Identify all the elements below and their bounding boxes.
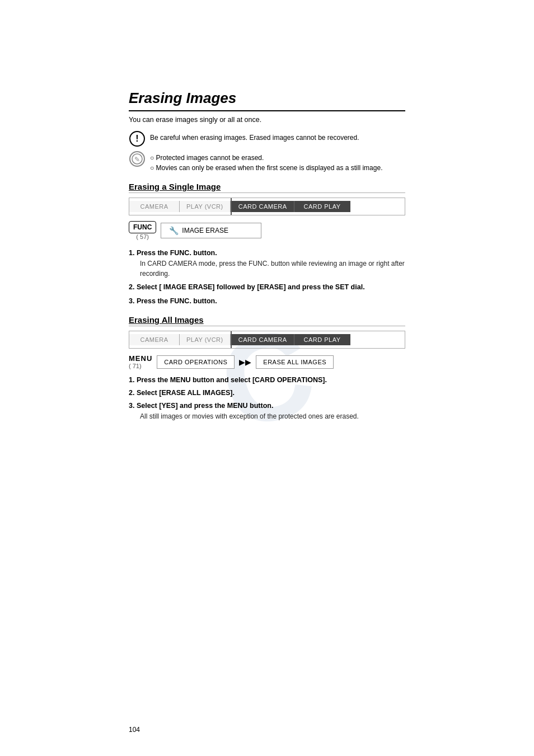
func-item-icon: 🔧: [169, 226, 179, 235]
menu-label-block: MENU ( 71): [129, 354, 152, 369]
notes-text: ○ Protected images cannot be erased. ○ M…: [150, 151, 382, 173]
section-heading-single: Erasing a Single Image: [129, 182, 405, 193]
note-1: ○ Protected images cannot be erased.: [150, 153, 382, 163]
step-single-3: 3. Press the FUNC. button.: [129, 296, 405, 307]
note-2: ○ Movies can only be erased when the fir…: [150, 163, 382, 173]
page-number: 104: [129, 726, 140, 734]
card-camera-btn-all: CARD CAMERA: [232, 334, 294, 345]
page-container: C Erasing Images You can erase images si…: [0, 0, 534, 756]
step-all-3-sub: All still images or movies with exceptio…: [140, 411, 405, 421]
step-all-2-main: Select [ERASE ALL IMAGES].: [137, 389, 235, 397]
mode-bar-single: CAMERA PLAY (VCR) CARD CAMERA CARD PLAY: [129, 198, 405, 215]
menu-page: ( 71): [129, 363, 142, 369]
menu-result-box: ERASE ALL IMAGES: [256, 355, 334, 369]
note-icon: ✎: [129, 151, 145, 167]
func-page-label: ( 57): [136, 233, 149, 240]
warning-text: Be careful when erasing images. Erased i…: [150, 130, 359, 143]
play-vcr-btn-all: PLAY (VCR): [180, 334, 231, 345]
mode-bar-all: CAMERA PLAY (VCR) CARD CAMERA CARD PLAY: [129, 331, 405, 349]
card-play-btn-single: CARD PLAY: [294, 201, 350, 212]
warning-icon-container: !: [129, 130, 146, 147]
note-icon-container: ✎: [129, 151, 146, 167]
step-all-2: 2. Select [ERASE ALL IMAGES].: [129, 388, 405, 398]
step-single-1-main: Press the FUNC. button.: [137, 249, 217, 257]
notes-block: ✎ ○ Protected images cannot be erased. ○…: [129, 151, 405, 173]
step-single-2: 2. Select [ IMAGE ERASE] followed by [ER…: [129, 282, 405, 293]
card-play-btn-all: CARD PLAY: [294, 334, 350, 345]
section-heading-all: Erasing All Images: [129, 315, 405, 326]
step-all-3-main: Select [YES] and press the MENU button.: [137, 402, 273, 410]
step-all-1: 1. Press the MENU button and select [CAR…: [129, 375, 405, 386]
steps-all: 1. Press the MENU button and select [CAR…: [129, 375, 405, 421]
camera-btn-single: CAMERA: [129, 201, 180, 212]
func-item-box: 🔧 IMAGE ERASE: [161, 223, 261, 238]
intro-text: You can erase images singly or all at on…: [129, 116, 405, 124]
step-single-2-main: Select [ IMAGE ERASE] followed by [ERASE…: [137, 283, 365, 291]
func-button: FUNC: [129, 221, 156, 233]
page-title: Erasing Images: [129, 90, 405, 111]
step-single-1-sub: In CARD CAMERA mode, press the FUNC. but…: [140, 259, 405, 279]
svg-text:✎: ✎: [134, 156, 140, 163]
step-single-1: 1. Press the FUNC. button. In CARD CAMER…: [129, 248, 405, 279]
card-camera-btn-single: CARD CAMERA: [232, 201, 294, 212]
steps-single: 1. Press the FUNC. button. In CARD CAMER…: [129, 248, 405, 306]
warning-block: ! Be careful when erasing images. Erased…: [129, 130, 405, 147]
menu-label: MENU: [129, 354, 152, 363]
warning-icon: !: [129, 131, 145, 147]
menu-item-box: CARD OPERATIONS: [157, 355, 235, 369]
content: Erasing Images You can erase images sing…: [129, 90, 405, 421]
menu-row: MENU ( 71) CARD OPERATIONS ▶▶ ERASE ALL …: [129, 354, 405, 369]
step-all-1-main: Press the MENU button and select [CARD O…: [137, 376, 327, 384]
func-row: FUNC ( 57) 🔧 IMAGE ERASE: [129, 221, 405, 240]
func-item-text: IMAGE ERASE: [182, 227, 228, 234]
step-all-3: 3. Select [YES] and press the MENU butto…: [129, 401, 405, 421]
menu-arrow-icon: ▶▶: [239, 358, 251, 367]
camera-btn-all: CAMERA: [129, 334, 180, 345]
step-single-3-main: Press the FUNC. button.: [137, 297, 217, 305]
play-vcr-btn-single: PLAY (VCR): [180, 201, 231, 212]
